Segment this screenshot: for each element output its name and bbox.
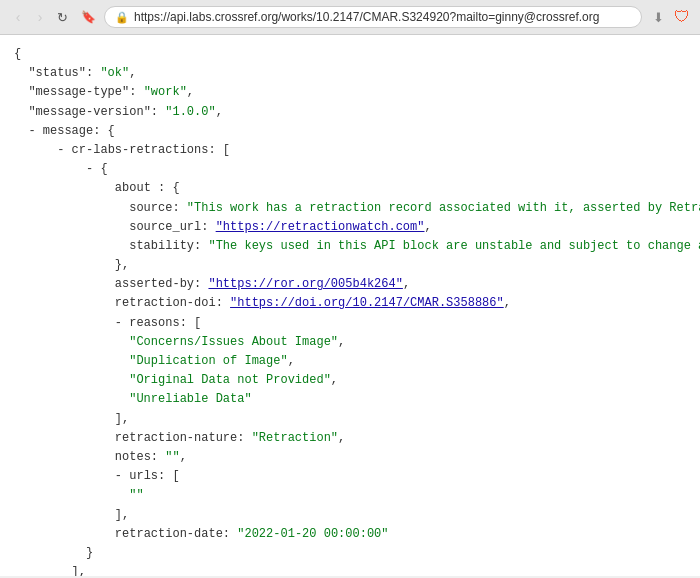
- asserted-by-link[interactable]: "https://ror.org/005b4k264": [208, 277, 402, 291]
- browser-window: ‹ › ↻ 🔖 🔒 ⬇ 🛡 { "status": "ok", "message…: [0, 0, 700, 576]
- bookmark-button[interactable]: 🔖: [78, 7, 98, 27]
- address-input[interactable]: [134, 10, 631, 24]
- reload-button[interactable]: ↻: [52, 7, 72, 27]
- back-button[interactable]: ‹: [8, 7, 28, 27]
- address-bar-container: 🔒: [104, 6, 642, 28]
- json-display: { "status": "ok", "message-type": "work"…: [14, 45, 686, 576]
- browser-toolbar: ‹ › ↻ 🔖 🔒 ⬇ 🛡: [0, 0, 700, 35]
- retraction-doi-link[interactable]: "https://doi.org/10.2147/CMAR.S358886": [230, 296, 504, 310]
- content-area: { "status": "ok", "message-type": "work"…: [0, 35, 700, 576]
- nav-buttons: ‹ › ↻: [8, 7, 72, 27]
- download-button[interactable]: ⬇: [648, 7, 668, 27]
- lock-icon: 🔒: [115, 11, 129, 24]
- browser-actions: ⬇ 🛡: [648, 7, 692, 27]
- forward-button[interactable]: ›: [30, 7, 50, 27]
- source-url-link[interactable]: "https://retractionwatch.com": [216, 220, 425, 234]
- brave-shield-button[interactable]: 🛡: [672, 7, 692, 27]
